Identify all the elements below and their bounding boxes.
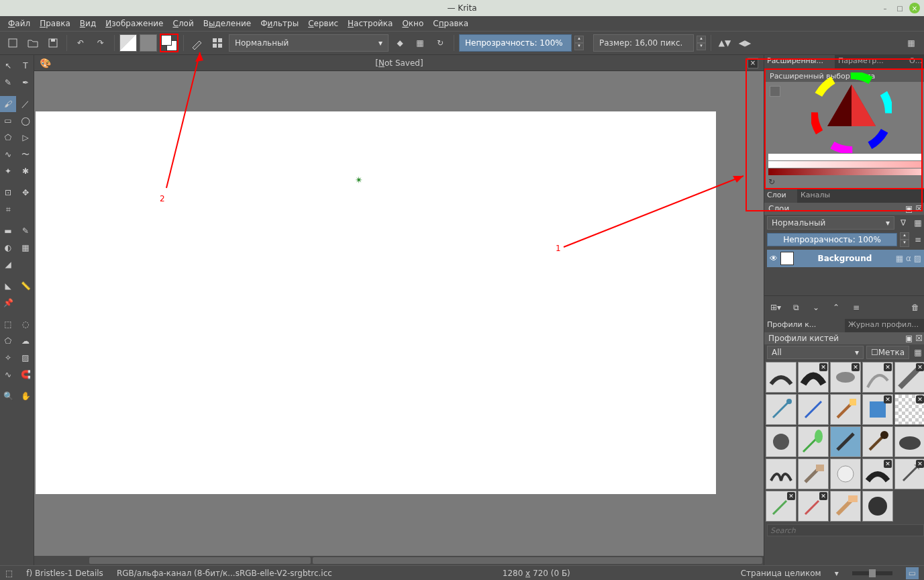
- brush-preset[interactable]: ✕: [894, 394, 924, 425]
- open-button[interactable]: [24, 34, 42, 52]
- mirror-v-button[interactable]: ◀▶: [736, 34, 754, 52]
- minimize-button[interactable]: –: [880, 3, 890, 13]
- tab-brush-history[interactable]: Журнал профилей к...: [845, 319, 924, 332]
- brush-preset[interactable]: [862, 426, 893, 457]
- tool-polyline[interactable]: ▷: [17, 130, 34, 146]
- brush-settings-button[interactable]: [209, 34, 226, 52]
- alpha-lock-toggle[interactable]: ▦: [411, 34, 429, 52]
- tab-o[interactable]: О...: [907, 55, 924, 68]
- tab-brush-presets[interactable]: Профили к...: [764, 319, 845, 332]
- delete-layer-button[interactable]: 🗑: [907, 299, 924, 316]
- tool-smart-fill[interactable]: ◢: [0, 256, 16, 273]
- brush-filter-combo[interactable]: All▾: [767, 346, 864, 359]
- fg-bg-color-swatch[interactable]: [160, 34, 178, 52]
- tool-select-poly[interactable]: ⬠: [0, 333, 16, 349]
- brush-preset[interactable]: [766, 394, 797, 425]
- brush-preset[interactable]: ✕: [862, 362, 893, 393]
- save-button[interactable]: [44, 34, 62, 52]
- layer-blend-combo[interactable]: Нормальный▾: [767, 216, 894, 230]
- brush-preset[interactable]: [862, 491, 893, 522]
- tool-gradient[interactable]: ◐: [0, 240, 16, 256]
- brush-preset[interactable]: ✕: [894, 458, 924, 489]
- color-strip-1[interactable]: [768, 154, 923, 160]
- tool-select-free[interactable]: ☁: [17, 333, 34, 349]
- undo-button[interactable]: ↶: [72, 34, 89, 52]
- brush-preset-button[interactable]: [189, 34, 206, 52]
- redo-button[interactable]: ↷: [92, 34, 109, 52]
- tool-polygon[interactable]: ⬠: [0, 130, 16, 146]
- color-wheel[interactable]: [811, 72, 892, 153]
- tool-pan[interactable]: ✋: [17, 388, 34, 404]
- add-layer-button[interactable]: ⊞▾: [767, 299, 784, 316]
- workspace-button[interactable]: ▦: [903, 34, 920, 52]
- brush-preset[interactable]: [798, 394, 829, 425]
- menu-tools[interactable]: Сервис: [304, 17, 342, 30]
- zoom-fit-button[interactable]: ▭: [906, 567, 919, 579]
- layer-up-button[interactable]: ⌃: [827, 299, 845, 316]
- eraser-toggle[interactable]: ◆: [391, 34, 409, 52]
- blend-mode-combo[interactable]: Нормальный▾: [229, 34, 389, 52]
- menu-image[interactable]: Изображение: [101, 17, 167, 30]
- brush-preset[interactable]: ✕: [862, 394, 893, 425]
- gradient-swatch[interactable]: [119, 34, 137, 52]
- brush-tag-combo[interactable]: ☐ Метка: [866, 346, 909, 359]
- opacity-spin[interactable]: ▴▾: [574, 36, 584, 50]
- tool-brush[interactable]: 🖌: [0, 96, 16, 112]
- brush-preset[interactable]: [830, 426, 861, 457]
- brush-preset[interactable]: ✕: [766, 491, 797, 522]
- brush-preset[interactable]: ✕: [894, 362, 924, 393]
- canvas-viewport[interactable]: ✴: [34, 71, 764, 556]
- brush-preset[interactable]: ✕: [798, 362, 829, 393]
- tool-crop[interactable]: ⌗: [0, 201, 16, 218]
- brush-preset[interactable]: [766, 458, 797, 489]
- tool-shape-edit[interactable]: ✎: [0, 75, 16, 91]
- layer-background[interactable]: 👁 Background ▦ α ▨: [767, 250, 924, 267]
- layer-filter-button[interactable]: ∇: [897, 217, 909, 229]
- tool-zoom[interactable]: 🔍: [0, 388, 16, 404]
- layer-props-button[interactable]: ≡: [912, 234, 924, 246]
- tool-calligraphy[interactable]: ✒: [17, 75, 34, 91]
- layer-opacity-slider[interactable]: Непрозрачность: 100%: [767, 233, 897, 246]
- new-button[interactable]: [4, 34, 21, 52]
- tab-advanced-color[interactable]: Расширенны...: [764, 55, 835, 68]
- tab-layers[interactable]: Слои: [764, 189, 798, 203]
- menu-window[interactable]: Окно: [398, 17, 427, 30]
- menu-file[interactable]: Файл: [4, 17, 34, 30]
- color-strip-3[interactable]: [768, 168, 923, 175]
- tool-select-magnetic[interactable]: 🧲: [17, 367, 34, 383]
- layer-props-button2[interactable]: ≡: [848, 299, 865, 316]
- tool-move-layer[interactable]: ✥: [17, 185, 34, 201]
- tool-fill[interactable]: ▬: [0, 223, 16, 239]
- tool-ellipse[interactable]: ◯: [17, 113, 34, 129]
- horizontal-scrollbar[interactable]: [34, 556, 764, 565]
- color-strip-2[interactable]: [768, 161, 923, 168]
- brush-preset[interactable]: [830, 458, 861, 489]
- tool-freehand-path[interactable]: 〜: [17, 146, 34, 162]
- canvas[interactable]: [36, 111, 716, 494]
- tab-params[interactable]: Параметр...: [835, 55, 907, 68]
- size-spin[interactable]: ▴▾: [697, 36, 706, 50]
- zoom-slider[interactable]: [852, 571, 892, 575]
- tool-multibrush[interactable]: ✱: [17, 163, 34, 179]
- maximize-button[interactable]: □: [894, 3, 905, 13]
- tool-measure[interactable]: 📏: [17, 278, 34, 294]
- reload-brush-button[interactable]: ↻: [431, 34, 449, 52]
- brush-preset[interactable]: [830, 491, 861, 522]
- tool-line[interactable]: ／: [17, 96, 34, 112]
- brush-preset[interactable]: [766, 362, 797, 393]
- pattern-swatch[interactable]: [140, 34, 157, 52]
- tool-move[interactable]: ↖: [0, 58, 16, 74]
- visibility-icon[interactable]: 👁: [770, 254, 778, 263]
- status-zoom-label[interactable]: Страница целиком: [741, 569, 821, 578]
- brush-preset[interactable]: [798, 458, 829, 489]
- opacity-slider[interactable]: Непрозрачность: 100%: [459, 34, 572, 52]
- brush-preset[interactable]: [798, 426, 829, 457]
- brush-preset[interactable]: [894, 426, 924, 457]
- tool-select-ellipse[interactable]: ◌: [17, 316, 34, 332]
- duplicate-layer-button[interactable]: ⧉: [787, 299, 805, 316]
- tool-bezier[interactable]: ∿: [0, 146, 16, 162]
- brush-preset[interactable]: [830, 394, 861, 425]
- brush-preset[interactable]: [766, 426, 797, 457]
- tool-select-similar[interactable]: ▨: [17, 350, 34, 366]
- refresh-icon[interactable]: ↻: [768, 177, 775, 187]
